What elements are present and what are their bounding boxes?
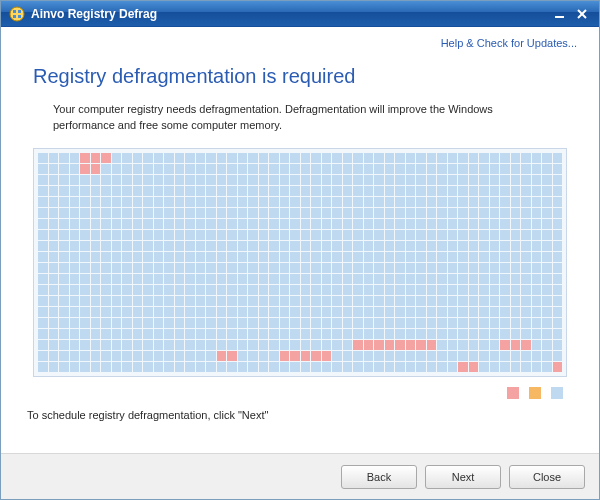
- defrag-cell: [364, 263, 374, 273]
- defrag-cell: [437, 351, 447, 361]
- defrag-cell: [217, 307, 227, 317]
- defrag-cell: [416, 153, 426, 163]
- defrag-cell: [280, 208, 290, 218]
- defrag-cell: [91, 252, 101, 262]
- defrag-cell: [217, 186, 227, 196]
- defrag-cell: [416, 186, 426, 196]
- defrag-cell: [259, 164, 269, 174]
- defrag-cell: [101, 362, 111, 372]
- defrag-cell: [122, 362, 132, 372]
- defrag-cell: [70, 164, 80, 174]
- defrag-cell: [437, 252, 447, 262]
- defrag-cell: [448, 296, 458, 306]
- defrag-cell: [91, 307, 101, 317]
- defrag-cell: [437, 307, 447, 317]
- defrag-cell: [521, 274, 531, 284]
- defrag-cell: [122, 219, 132, 229]
- defrag-cell: [112, 307, 122, 317]
- defrag-map-container: [33, 148, 567, 377]
- defrag-cell: [416, 164, 426, 174]
- defrag-cell: [301, 351, 311, 361]
- defrag-cell: [532, 362, 542, 372]
- defrag-cell: [353, 263, 363, 273]
- defrag-cell: [511, 263, 521, 273]
- defrag-cell: [70, 197, 80, 207]
- defrag-cell: [112, 197, 122, 207]
- defrag-cell: [511, 164, 521, 174]
- defrag-cell: [395, 175, 405, 185]
- defrag-cell: [458, 230, 468, 240]
- help-updates-link[interactable]: Help & Check for Updates...: [441, 37, 577, 49]
- defrag-cell: [364, 153, 374, 163]
- defrag-cell: [280, 351, 290, 361]
- defrag-cell: [490, 285, 500, 295]
- close-window-button[interactable]: [571, 5, 593, 23]
- defrag-cell: [395, 164, 405, 174]
- defrag-cell: [248, 318, 258, 328]
- defrag-cell: [458, 175, 468, 185]
- defrag-cell: [238, 219, 248, 229]
- defrag-cell: [479, 351, 489, 361]
- defrag-cell: [238, 307, 248, 317]
- defrag-cell: [59, 351, 69, 361]
- defrag-cell: [353, 351, 363, 361]
- minimize-button[interactable]: [549, 5, 571, 23]
- next-button[interactable]: Next: [425, 465, 501, 489]
- defrag-cell: [364, 252, 374, 262]
- defrag-cell: [553, 186, 563, 196]
- defrag-cell: [385, 285, 395, 295]
- defrag-cell: [458, 351, 468, 361]
- defrag-cell: [374, 307, 384, 317]
- defrag-cell: [448, 362, 458, 372]
- defrag-cell: [385, 274, 395, 284]
- defrag-cell: [38, 219, 48, 229]
- defrag-cell: [511, 230, 521, 240]
- defrag-cell: [49, 219, 59, 229]
- defrag-cell: [364, 362, 374, 372]
- defrag-cell: [80, 351, 90, 361]
- defrag-cell: [112, 219, 122, 229]
- defrag-cell: [311, 230, 321, 240]
- defrag-cell: [143, 164, 153, 174]
- defrag-cell: [343, 307, 353, 317]
- back-button[interactable]: Back: [341, 465, 417, 489]
- defrag-cell: [395, 318, 405, 328]
- defrag-cell: [227, 230, 237, 240]
- defrag-cell: [437, 274, 447, 284]
- legend-swatch-free: [551, 387, 563, 399]
- defrag-cell: [332, 197, 342, 207]
- defrag-cell: [227, 318, 237, 328]
- defrag-cell: [301, 329, 311, 339]
- defrag-cell: [353, 285, 363, 295]
- defrag-cell: [164, 241, 174, 251]
- defrag-cell: [542, 263, 552, 273]
- defrag-cell: [185, 197, 195, 207]
- defrag-cell: [133, 351, 143, 361]
- defrag-cell: [353, 252, 363, 262]
- defrag-cell: [80, 318, 90, 328]
- defrag-cell: [374, 351, 384, 361]
- defrag-cell: [332, 318, 342, 328]
- defrag-cell: [164, 351, 174, 361]
- defrag-cell: [374, 285, 384, 295]
- defrag-cell: [353, 329, 363, 339]
- defrag-cell: [112, 329, 122, 339]
- schedule-hint: To schedule registry defragmentation, cl…: [27, 409, 581, 421]
- defrag-cell: [458, 197, 468, 207]
- defrag-cell: [122, 241, 132, 251]
- defrag-cell: [217, 153, 227, 163]
- close-button[interactable]: Close: [509, 465, 585, 489]
- defrag-cell: [101, 164, 111, 174]
- defrag-cell: [416, 252, 426, 262]
- defrag-cell: [448, 351, 458, 361]
- defrag-cell: [353, 186, 363, 196]
- defrag-cell: [343, 219, 353, 229]
- title-bar[interactable]: Ainvo Registry Defrag: [1, 1, 599, 27]
- defrag-cell: [175, 175, 185, 185]
- defrag-cell: [343, 241, 353, 251]
- defrag-cell: [406, 219, 416, 229]
- defrag-cell: [500, 340, 510, 350]
- defrag-cell: [269, 164, 279, 174]
- defrag-cell: [427, 296, 437, 306]
- defrag-cell: [469, 318, 479, 328]
